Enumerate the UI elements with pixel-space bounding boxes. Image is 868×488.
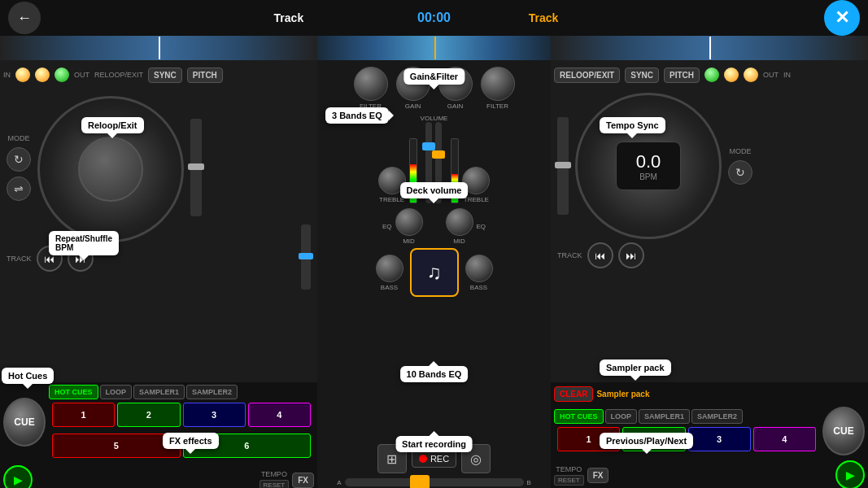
mid-knob-left[interactable] [395,208,423,236]
tooltip-ten-bands-eq: 10 Bands EQ [400,366,469,382]
eq-label-left: EQ [382,223,392,230]
pad-grid-left: 1 2 3 4 [49,401,314,429]
reset-button-left[interactable]: RESET [260,480,290,489]
treble-label-right: TREBLE [464,196,489,203]
deck-left-bottom-controls: ▶ TEMPO RESET FX [0,464,317,488]
pitch-button-left[interactable]: PITCH [187,68,223,83]
deck-left: IN OUT RELOOP/EXIT SYNC PITCH MODE ↻ ⇌ [0,36,317,488]
deck-left-top-controls: IN OUT RELOOP/EXIT SYNC PITCH [0,60,317,89]
crossfader-row: A B [317,477,551,488]
repeat-button-right[interactable]: ↻ [728,160,752,185]
next-button-right[interactable]: ⏭ [618,242,644,268]
hot-cues-section-left: CUE HOT CUES LOOP SAMPLER1 SAMPLER2 1 2 … [0,382,317,488]
volume-label: VOLUME [421,115,448,122]
bass-right-col: BASS [465,255,493,291]
bpm-label: BPM [639,172,657,181]
mid-row: EQ MID MID EQ [317,207,551,246]
time-display: 00:00 [417,11,451,25]
hot-cues-header-right: HOT CUES LOOP SAMPLER1 SAMPLER2 1 2 3 4 … [551,405,868,457]
cue-label-right: CUE [833,425,853,437]
track-label-area-right: TRACK [557,251,582,259]
tooltip-previous-play-next: Previous/Play/Next [600,433,693,449]
filter-knob-right[interactable] [481,67,515,101]
tab-hot-cues-left[interactable]: HOT CUES [49,385,98,399]
sampler-pack-label: Sampler pack [596,390,649,399]
back-button[interactable]: ← [8,2,41,34]
in-label-right: IN [783,71,791,79]
pitch-button-right[interactable]: PITCH [664,68,700,83]
mid-label-right: MID [453,237,465,245]
tab-hot-cues-right[interactable]: HOT CUES [554,409,604,424]
pad-4-left[interactable]: 4 [248,403,311,427]
tab-loop-right[interactable]: LOOP [605,409,638,424]
bpm-display: 0.0 BPM [616,142,681,190]
close-button[interactable]: ✕ [824,0,860,36]
tooltip-tempo-sync: Tempo Sync [600,117,665,133]
back-icon: ← [17,10,32,27]
pad-3-left[interactable]: 3 [183,403,246,427]
shuffle-button-left[interactable]: ⇌ [7,176,31,201]
gain-label-right: GAIN [447,102,464,110]
close-icon: ✕ [835,7,849,28]
mid-knob-right[interactable] [446,208,473,236]
tooltip-deck-volume: Deck volume [400,182,469,198]
pitch-handle-left [188,163,204,170]
crossfader-handle [410,475,430,488]
deck-right-top-controls: RELOOP/EXIT SYNC PITCH OUT IN [551,60,868,89]
track-label-right: Track [529,11,559,24]
a-label: A [337,479,341,486]
rec-button[interactable]: REC [412,450,456,468]
play-button-left[interactable]: ▶ [3,465,33,488]
prev-button-right[interactable]: ⏮ [587,242,613,268]
pitch-fader-left[interactable] [190,119,202,216]
cue-button-left[interactable]: CUE [3,398,46,447]
tab-sampler2-left[interactable]: SAMPLER2 [186,385,238,399]
reloop-button-right[interactable]: RELOOP/EXIT [554,68,620,83]
tooltip-three-bands-eq: 3 Bands EQ [325,107,389,124]
repeat-button-left[interactable]: ↻ [7,147,31,172]
fx-button-right[interactable]: FX [587,468,609,483]
deck-left-track-row: TRACK ⏮ ⏭ [0,246,317,272]
jog-wheel-right[interactable]: 0.0 BPM [575,93,722,239]
track-label-area-left: TRACK [7,255,32,263]
tooltip-gain-filter: Gain&Filter [403,68,465,85]
filter-label-right: FILTER [486,102,508,110]
waveform-right [551,36,868,60]
tab-sampler1-right[interactable]: SAMPLER1 [639,409,690,424]
sampler-pack-header: CLEAR Sampler pack [551,382,868,405]
tempo-fader-left[interactable] [301,224,311,290]
pitch-area-right [557,113,569,219]
out-led-right [724,68,739,82]
tab-sampler2-right[interactable]: SAMPLER2 [691,409,743,424]
clear-button-right[interactable]: CLEAR [554,386,593,402]
pad-2-left[interactable]: 2 [117,403,180,427]
gain-label-left: GAIN [405,102,421,110]
tooltip-repeat-shuffle: Repeat/Shuffle BPM [49,231,119,255]
sampler-button[interactable]: ♫ [410,248,459,297]
reloop-label-left: RELOOP/EXIT [94,71,143,79]
cue-button-right[interactable]: CUE [822,407,865,455]
bpm-value: 0.0 [636,151,661,172]
pitch-area-left [190,115,202,220]
pad-3-right[interactable]: 3 [688,427,751,451]
filter-knob-left[interactable] [354,67,388,101]
sync-button-right[interactable]: SYNC [625,68,659,83]
pad-5-left[interactable]: 5 [52,434,181,458]
reset-button-right[interactable]: RESET [554,475,584,486]
crossfader[interactable] [345,478,524,486]
jog-bpm-area: 0.0 BPM [575,93,722,239]
pitch-fader-right[interactable] [557,117,569,215]
mode-label-left: MODE [7,134,31,142]
track-label-left: Track [274,11,304,24]
tooltip-fx-effects: FX effects [163,433,219,449]
volume-handle-left [422,142,435,150]
tab-sampler1-left[interactable]: SAMPLER1 [133,385,185,399]
pad-1-left[interactable]: 1 [52,403,115,427]
sync-button-left[interactable]: SYNC [148,68,182,83]
pad-4-right[interactable]: 4 [753,427,816,451]
bass-knob-right[interactable] [465,255,493,282]
bass-knob-left[interactable] [376,255,403,282]
play-button-right[interactable]: ▶ [835,460,865,488]
tab-loop-left[interactable]: LOOP [100,385,133,399]
fx-button-left[interactable]: FX [292,473,314,488]
